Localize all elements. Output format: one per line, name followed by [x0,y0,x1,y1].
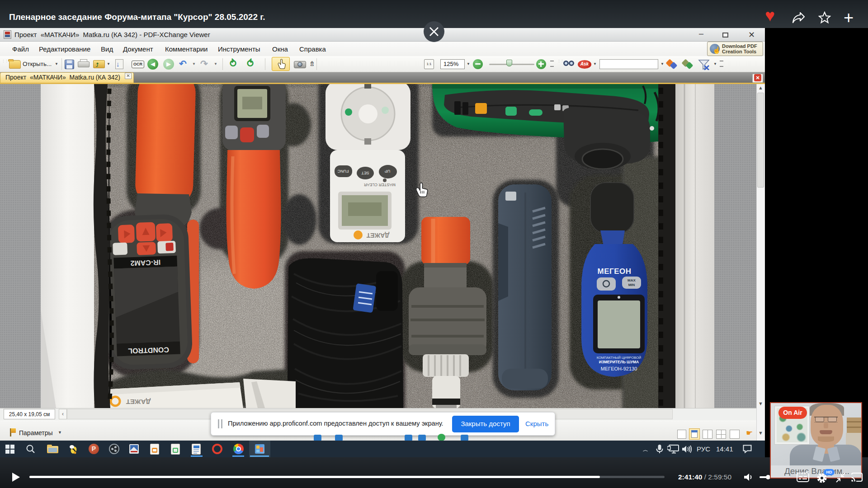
svg-text:IR-CAM2: IR-CAM2 [130,258,160,267]
svg-text:SET: SET [361,171,369,175]
svg-text:ДАЖЕТ: ДАЖЕТ [366,232,389,239]
svg-text:ДАЖЕТ: ДАЖЕТ [126,398,151,406]
svg-text:MASTER CLEAR: MASTER CLEAR [363,183,396,187]
svg-text:МЕГЕОН: МЕГЕОН [598,267,632,276]
svg-text:MAX: MAX [627,278,636,282]
svg-text:UP: UP [385,169,391,174]
svg-text:МЕГЕОН-92130: МЕГЕОН-92130 [601,366,637,371]
svg-text:FUNC: FUNC [337,169,349,174]
svg-text:ИЗМЕРИТЕЛЬ ШУМА: ИЗМЕРИТЕЛЬ ШУМА [599,360,639,364]
svg-text:CONDTROL: CONDTROL [128,346,169,355]
svg-text:КОМПАКТНЫЙ ЦИФРОВОЙ: КОМПАКТНЫЙ ЦИФРОВОЙ [597,356,642,360]
svg-text:MIN: MIN [628,283,635,287]
